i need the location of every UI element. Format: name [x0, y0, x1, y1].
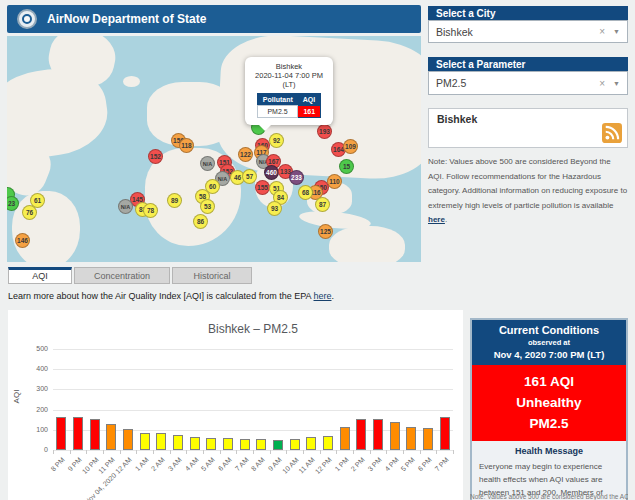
x-tick: [353, 450, 354, 454]
sidebar-note-link[interactable]: here: [428, 215, 445, 224]
tooltip-col-pollutant: Pollutant: [257, 94, 297, 106]
aqi-marker[interactable]: 233: [289, 170, 304, 185]
city-select[interactable]: Bishkek × ▼: [428, 20, 628, 43]
x-tick: [436, 450, 437, 454]
aqi-marker[interactable]: 146: [15, 233, 30, 248]
x-tick: [120, 450, 121, 454]
city-clear-icon[interactable]: ×: [599, 26, 605, 37]
map-tooltip: Bishkek 2020-11-04 7:00 PM (LT) Pollutan…: [245, 57, 333, 125]
observed-datetime: Nov 4, 2020 7:00 PM (LT): [474, 349, 624, 360]
aqi-marker[interactable]: 125: [318, 224, 333, 239]
x-tick: [86, 450, 87, 454]
health-message-title: Health Message: [479, 446, 619, 456]
aqi-marker[interactable]: 118: [179, 138, 194, 153]
aqi-marker[interactable]: 78: [143, 203, 158, 218]
current-conditions-title: Current Conditions: [474, 324, 624, 336]
sidebar-note-text: Note: Values above 500 are considered Be…: [428, 157, 627, 210]
x-tick: [103, 450, 104, 454]
x-tick: [386, 450, 387, 454]
tab-historical[interactable]: Historical: [172, 267, 252, 284]
tooltip-datetime: 2020-11-04 7:00 PM: [249, 71, 329, 80]
aqi-chart: Bishkek – PM2.5 AQI 01002003004005008 PM…: [8, 310, 463, 500]
rss-feed-icon[interactable]: [602, 123, 622, 143]
learn-more-prefix: Learn more about how the Air Quality Ind…: [8, 291, 314, 301]
world-map[interactable]: 236176146156118152N/A151152N/A4660588914…: [7, 36, 421, 262]
chart-bar: [406, 427, 416, 450]
chart-bar: [90, 419, 100, 450]
chart-bar: [340, 427, 350, 450]
x-tick: [286, 450, 287, 454]
observed-at-label: observed at: [474, 338, 624, 347]
chart-bar: [206, 438, 216, 450]
tab-concentration[interactable]: Concentration: [74, 267, 170, 284]
tooltip-aqi-value: 161: [298, 106, 321, 118]
chart-bar: [223, 438, 233, 450]
gridline: [53, 389, 453, 390]
chart-bar: [306, 437, 316, 450]
aqi-marker[interactable]: 53: [200, 199, 215, 214]
aqi-marker[interactable]: 93: [267, 201, 282, 216]
aqi-marker[interactable]: 155: [255, 180, 270, 195]
chart-bar: [73, 417, 83, 450]
aqi-marker[interactable]: 92: [269, 133, 284, 148]
current-conditions-panel: Current Conditions observed at Nov 4, 20…: [470, 318, 628, 500]
aqi-marker[interactable]: 460: [264, 165, 279, 180]
health-message-section: Health Message Everyone may begin to exp…: [472, 441, 626, 500]
aqi-marker[interactable]: 152: [148, 149, 163, 164]
aqi-marker[interactable]: N/A: [118, 199, 133, 214]
chart-bar: [373, 419, 383, 450]
aqi-marker[interactable]: 68: [298, 185, 313, 200]
aqi-marker[interactable]: 87: [315, 197, 330, 212]
parameter-chevron-down-icon[interactable]: ▼: [613, 80, 620, 87]
x-tick: [220, 450, 221, 454]
aqi-marker[interactable]: N/A: [200, 156, 215, 171]
learn-more-suffix: .: [332, 291, 335, 301]
tooltip-col-aqi: AQI: [298, 94, 321, 106]
aqi-marker[interactable]: 86: [193, 214, 208, 229]
y-tick-label: 300: [20, 385, 48, 392]
x-tick: [70, 450, 71, 454]
chart-title: Bishkek – PM2.5: [53, 322, 453, 336]
chart-bar: [123, 429, 133, 450]
x-tick: [453, 450, 454, 454]
chart-bar: [240, 439, 250, 450]
parameter-clear-icon[interactable]: ×: [599, 78, 605, 89]
aqi-marker[interactable]: 193: [317, 124, 332, 139]
aqi-marker[interactable]: 57: [242, 169, 257, 184]
chart-bar: [290, 439, 300, 450]
learn-more-text: Learn more about how the Air Quality Ind…: [8, 291, 334, 301]
aqi-marker[interactable]: 89: [167, 193, 182, 208]
x-tick: [253, 450, 254, 454]
learn-more-link[interactable]: here: [314, 291, 332, 301]
tooltip-city: Bishkek: [249, 62, 329, 71]
aqi-pollutant: PM2.5: [472, 413, 626, 434]
chart-bar: [323, 436, 333, 450]
aqi-status-block: 161 AQI Unhealthy PM2.5: [472, 365, 626, 441]
chart-bar: [190, 437, 200, 450]
landmass-australia: [329, 226, 405, 262]
y-tick-label: 500: [20, 345, 48, 352]
parameter-select[interactable]: PM2.5 × ▼: [428, 71, 628, 95]
aqi-marker[interactable]: 15: [339, 159, 354, 174]
x-tick: [420, 450, 421, 454]
y-tick-label: 100: [20, 426, 48, 433]
x-tick: [186, 450, 187, 454]
y-tick-label: 200: [20, 406, 48, 413]
chart-bar: [106, 424, 116, 450]
city-chevron-down-icon[interactable]: ▼: [613, 28, 620, 35]
app-title: AirNow Department of State: [47, 12, 206, 26]
aqi-marker[interactable]: 109: [343, 139, 358, 154]
tooltip-pollutant-value: PM2.5: [257, 106, 297, 118]
aqi-marker[interactable]: 110: [327, 174, 342, 189]
tab-aqi[interactable]: AQI: [8, 267, 72, 284]
rss-city-label: Bishkek: [429, 109, 627, 125]
gridline: [53, 369, 453, 370]
aqi-marker[interactable]: 76: [22, 205, 37, 220]
select-city-header: Select a City: [428, 6, 628, 21]
aqi-marker[interactable]: 122: [238, 147, 253, 162]
tooltip-table: Pollutant AQI PM2.5 161: [257, 93, 321, 118]
chart-bar: [356, 419, 366, 450]
rss-panel: Bishkek: [428, 108, 628, 148]
chart-bar: [256, 439, 266, 450]
tooltip-lt: (LT): [249, 80, 329, 89]
